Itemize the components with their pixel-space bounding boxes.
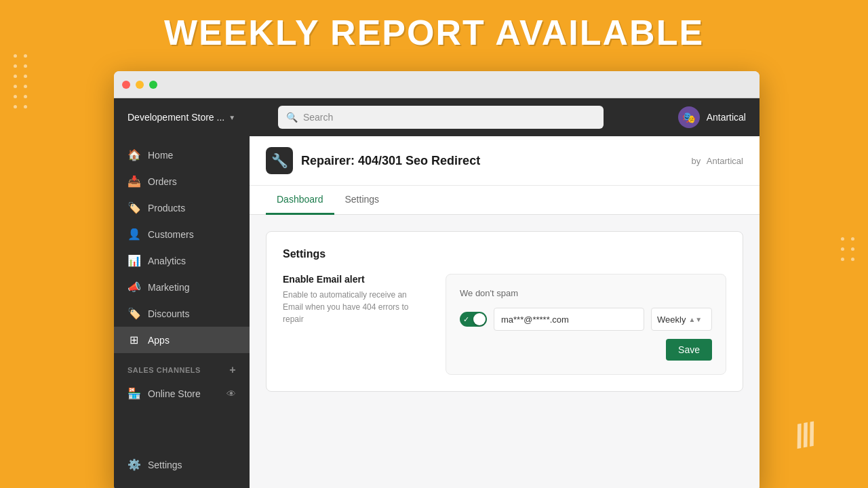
sales-channels-label: SALES CHANNELS — [127, 366, 201, 374]
tab-settings-label: Settings — [345, 194, 380, 205]
sidebar-item-discounts[interactable]: 🏷️ Discounts — [114, 300, 250, 327]
frequency-value: Weekly — [657, 314, 686, 325]
app-title: Repairer: 404/301 Seo Redirect — [301, 154, 480, 168]
settings-panel-title: Settings — [283, 248, 726, 260]
sidebar-item-apps[interactable]: ⊞ Apps — [114, 327, 250, 353]
settings-icon: ⚙️ — [127, 458, 140, 471]
content-area: Settings Enable Email alert Enable to au… — [250, 215, 760, 408]
sidebar: 🏠 Home 📥 Orders 🏷️ Products 👤 Customers … — [114, 136, 250, 488]
toggle-check-icon: ✓ — [463, 315, 469, 324]
decorative-dots-right — [841, 237, 854, 261]
browser-close-dot[interactable] — [122, 81, 130, 89]
app-author-area: by Antartical — [692, 155, 743, 167]
app-icon: 🔧 — [266, 147, 293, 174]
user-name: Antartical — [707, 112, 746, 123]
sidebar-orders-label: Orders — [148, 176, 177, 187]
banner-title: Weekly report available — [0, 12, 868, 53]
marketing-icon: 📣 — [127, 281, 140, 293]
orders-icon: 📥 — [127, 175, 140, 188]
sales-channels-section: SALES CHANNELS + — [114, 353, 250, 380]
app-author-name: Antartical — [707, 156, 743, 166]
store-name-label: Developement Store ... — [127, 112, 224, 123]
avatar[interactable]: 🎭 — [678, 106, 700, 128]
frequency-select[interactable]: Weekly ▲▼ — [651, 308, 712, 331]
sidebar-item-settings[interactable]: ⚙️ Settings — [114, 451, 250, 478]
frequency-dropdown-icon: ▲▼ — [688, 316, 702, 323]
tab-dashboard-label: Dashboard — [277, 194, 323, 205]
tabs-bar: Dashboard Settings — [250, 186, 760, 215]
avatar-icon: 🎭 — [682, 111, 696, 124]
eye-icon[interactable]: 👁 — [226, 388, 236, 399]
email-value: ma***@*****.com — [501, 314, 569, 325]
tab-settings[interactable]: Settings — [334, 186, 391, 215]
email-alert-toggle[interactable]: ✓ — [460, 312, 487, 327]
app-header: 🔧 Repairer: 404/301 Seo Redirect by Anta… — [250, 136, 760, 186]
top-bar: Developement Store ... ▼ 🔍 Search 🎭 Anta… — [114, 98, 760, 136]
setting-right: We don't spam ✓ ma***@*****.com — [446, 274, 726, 375]
user-area: 🎭 Antartical — [678, 106, 746, 128]
no-spam-title: We don't spam — [460, 288, 712, 298]
apps-icon: ⊞ — [127, 333, 140, 346]
sidebar-item-marketing[interactable]: 📣 Marketing — [114, 274, 250, 300]
analytics-icon: 📊 — [127, 254, 140, 267]
search-bar[interactable]: 🔍 Search — [278, 106, 604, 129]
sidebar-item-home[interactable]: 🏠 Home — [114, 142, 250, 168]
customers-icon: 👤 — [127, 228, 140, 241]
sidebar-item-products[interactable]: 🏷️ Products — [114, 195, 250, 221]
online-store-left: 🏪 Online Store — [127, 387, 201, 400]
settings-label: Settings — [148, 460, 182, 470]
sidebar-customers-label: Customers — [148, 229, 194, 240]
email-alert-row: Enable Email alert Enable to automatical… — [283, 274, 726, 375]
sidebar-item-analytics[interactable]: 📊 Analytics — [114, 247, 250, 274]
store-dropdown-icon: ▼ — [229, 114, 235, 121]
add-sales-channel-button[interactable]: + — [229, 364, 236, 376]
browser-chrome — [114, 71, 760, 98]
search-icon: 🔍 — [286, 112, 298, 123]
online-store-icon: 🏪 — [127, 387, 140, 400]
sidebar-item-online-store[interactable]: 🏪 Online Store 👁 — [114, 380, 250, 407]
sidebar-discounts-label: Discounts — [148, 308, 189, 319]
no-spam-box: We don't spam ✓ ma***@*****.com — [446, 274, 726, 375]
setting-left: Enable Email alert Enable to automatical… — [283, 274, 418, 325]
email-input[interactable]: ma***@*****.com — [494, 308, 644, 331]
save-row: Save — [460, 339, 712, 361]
app-author-prefix: by — [692, 156, 701, 166]
browser-maximize-dot[interactable] — [149, 81, 157, 89]
page-banner: Weekly report available — [0, 12, 868, 53]
email-alert-description: Enable to automatically receive an Email… — [283, 289, 418, 325]
sidebar-marketing-label: Marketing — [148, 282, 189, 293]
browser-window: Developement Store ... ▼ 🔍 Search 🎭 Anta… — [114, 71, 760, 488]
sidebar-home-label: Home — [148, 150, 173, 161]
sidebar-item-orders[interactable]: 📥 Orders — [114, 168, 250, 195]
sidebar-analytics-label: Analytics — [148, 256, 186, 266]
decorative-dots-left — [14, 54, 27, 108]
toggle-knob — [473, 313, 486, 325]
app-icon-emoji: 🔧 — [271, 152, 288, 169]
slash-decoration: /// — [791, 415, 816, 455]
email-alert-label: Enable Email alert — [283, 274, 418, 285]
save-button[interactable]: Save — [666, 339, 712, 361]
discounts-icon: 🏷️ — [127, 307, 140, 320]
tab-dashboard[interactable]: Dashboard — [266, 186, 334, 215]
settings-panel: Settings Enable Email alert Enable to au… — [266, 231, 743, 392]
store-selector[interactable]: Developement Store ... ▼ — [127, 112, 235, 123]
sidebar-apps-label: Apps — [148, 335, 170, 346]
browser-minimize-dot[interactable] — [136, 81, 144, 89]
sidebar-item-customers[interactable]: 👤 Customers — [114, 221, 250, 247]
app-header-left: 🔧 Repairer: 404/301 Seo Redirect — [266, 147, 480, 174]
online-store-label: Online Store — [148, 388, 201, 399]
home-icon: 🏠 — [127, 148, 140, 161]
products-icon: 🏷️ — [127, 201, 140, 214]
email-row: ✓ ma***@*****.com Weekly ▲▼ — [460, 308, 712, 331]
main-content: 🔧 Repairer: 404/301 Seo Redirect by Anta… — [250, 136, 760, 488]
sidebar-products-label: Products — [148, 203, 185, 214]
search-placeholder: Search — [303, 112, 333, 123]
